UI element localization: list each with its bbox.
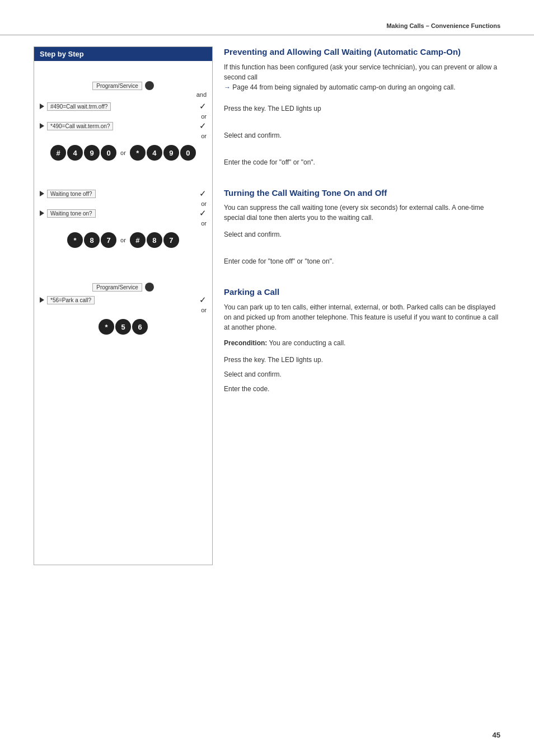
- menu-item-2a: Waiting tone off?: [47, 190, 96, 198]
- menu-row-3a: *56=Park a call? ✓: [40, 295, 207, 305]
- section-precondition: Precondition: You are conducting a call.: [224, 338, 500, 348]
- menu-row-2a: Waiting tone off? ✓: [40, 189, 207, 199]
- menu-row-2b: Waiting tone on? ✓: [40, 208, 207, 218]
- instruction-select-confirm-1: Select and confirm.: [224, 129, 500, 139]
- pointer-1a: [40, 104, 44, 109]
- page-number: 45: [493, 731, 500, 739]
- key-or-490: or: [120, 149, 126, 156]
- step-by-step-box: Step by Step Program/Service: [34, 46, 213, 565]
- menu-row-1b: *490=Call wait.term.on? ✓: [40, 121, 207, 131]
- check-3a: ✓: [199, 295, 207, 305]
- section-title-tone: Turning the Call Waiting Tone On and Off: [224, 187, 500, 199]
- pointer-2b: [40, 210, 44, 216]
- key-group-87: * 8 7 or # 8 7: [40, 232, 207, 248]
- or-1b: or: [40, 133, 207, 139]
- key-0a: 0: [101, 145, 116, 161]
- key-6: 6: [132, 319, 148, 335]
- key-7a: 7: [101, 232, 116, 248]
- check-1a: ✓: [199, 101, 207, 111]
- step-by-step-header: Step by Step: [34, 47, 212, 61]
- or-2b: or: [40, 220, 207, 227]
- key-group-56: * 5 6: [40, 319, 207, 335]
- header-title: Making Calls – Convenience Functions: [386, 22, 500, 29]
- left-column: Step by Step Program/Service: [34, 46, 213, 565]
- section-parking: Parking a Call You can park up to ten ca…: [224, 287, 500, 393]
- program-service-row-1: Program/Service: [40, 81, 207, 90]
- pointer-3a: [40, 297, 44, 303]
- menu-row-1a: #490=Call wait.trm.off? ✓: [40, 101, 207, 111]
- and-text-1: and: [40, 91, 207, 98]
- key-star-87a: *: [67, 232, 83, 248]
- led-dot-2: [145, 283, 154, 292]
- key-9b: 9: [163, 145, 179, 161]
- key-hash: #: [50, 145, 66, 161]
- section-title-preventing: Preventing and Allowing Call Waiting (Au…: [224, 46, 500, 58]
- section-body-preventing: If this function has been configured (as…: [224, 62, 500, 92]
- section-body-tone: You can suppress the call waiting tone (…: [224, 203, 500, 223]
- right-column: Preventing and Allowing Call Waiting (Au…: [224, 46, 500, 565]
- check-2b: ✓: [199, 208, 207, 218]
- program-service-label-2: Program/Service: [92, 283, 142, 292]
- menu-item-2b: Waiting tone on?: [47, 209, 96, 218]
- instruction-enter-code-2: Enter code for "tone off" or "tone on".: [224, 255, 500, 265]
- menu-item-1b: *490=Call wait.term.on?: [47, 122, 113, 130]
- instruction-select-confirm-3: Select and confirm.: [224, 368, 500, 378]
- key-group-490: # 4 9 0 or * 4 9 0: [40, 145, 207, 161]
- or-1a: or: [40, 113, 207, 120]
- check-1b: ✓: [199, 121, 207, 131]
- instruction-select-confirm-2: Select and confirm.: [224, 228, 500, 238]
- page-header: Making Calls – Convenience Functions: [0, 0, 534, 35]
- program-service-row-2: Program/Service: [40, 283, 207, 292]
- key-4b: 4: [147, 145, 162, 161]
- instruction-press-key-3: Press the key. The LED lights up.: [224, 354, 500, 364]
- step-section-waiting-tone: Waiting tone off? ✓ or Waiting tone on?: [40, 189, 207, 248]
- key-or-87: or: [120, 237, 126, 243]
- instruction-enter-code-1: Enter the code for "off" or "on".: [224, 156, 500, 166]
- section-call-waiting-tone: Turning the Call Waiting Tone On and Off…: [224, 187, 500, 266]
- key-8a: 8: [84, 232, 100, 248]
- section-preventing: Preventing and Allowing Call Waiting (Au…: [224, 46, 500, 166]
- key-9a: 9: [84, 145, 100, 161]
- section-body-parking: You can park up to ten calls, either int…: [224, 302, 500, 332]
- step-section-parking: Program/Service *56=Park a call? ✓ or: [40, 283, 207, 335]
- key-hash-87: #: [130, 232, 146, 248]
- instruction-press-key-1: Press the key. The LED lights up: [224, 102, 500, 112]
- step-by-step-body: Program/Service and #490=Call wait.trm.o…: [34, 61, 212, 565]
- key-0b: 0: [180, 145, 196, 161]
- step-section-prevent-waiting: Program/Service and #490=Call wait.trm.o…: [40, 67, 207, 161]
- program-service-label-1: Program/Service: [92, 82, 142, 90]
- menu-item-3a: *56=Park a call?: [47, 296, 95, 304]
- key-star-a: *: [130, 145, 146, 161]
- menu-item-1a: #490=Call wait.trm.off?: [47, 102, 111, 111]
- check-2a: ✓: [199, 189, 207, 199]
- section-title-parking: Parking a Call: [224, 287, 500, 298]
- key-5: 5: [115, 319, 131, 335]
- or-3a: or: [40, 307, 207, 313]
- pointer-1b: [40, 123, 44, 129]
- key-4a: 4: [67, 145, 83, 161]
- key-8b: 8: [147, 232, 162, 248]
- key-7b: 7: [163, 232, 179, 248]
- or-2a: or: [40, 200, 207, 207]
- led-dot-1: [145, 81, 154, 90]
- key-star-56: *: [99, 319, 114, 335]
- pointer-2a: [40, 191, 44, 196]
- instruction-enter-code-3: Enter the code.: [224, 383, 500, 393]
